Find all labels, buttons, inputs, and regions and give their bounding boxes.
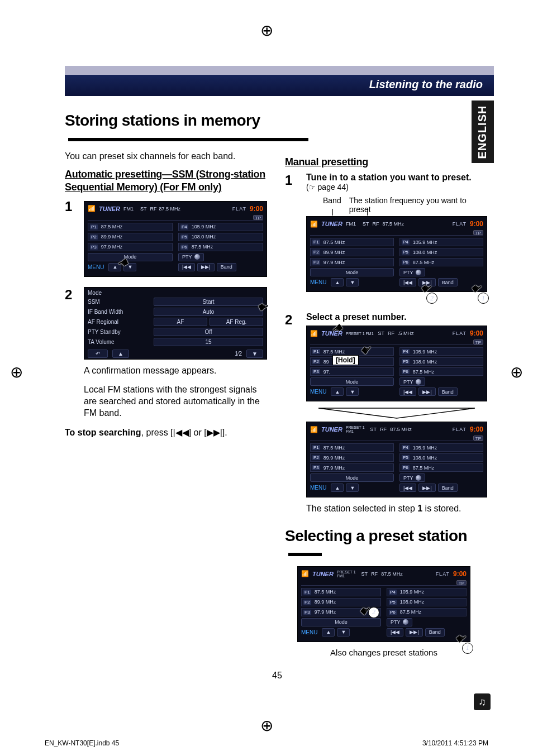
down-button[interactable]: ▼: [337, 628, 350, 637]
band-button[interactable]: Band: [438, 484, 458, 492]
band-button[interactable]: Band: [438, 278, 458, 286]
device-freq: 87.5 MHz: [159, 206, 180, 212]
preset-button[interactable]: P4105.9 MHz: [399, 347, 483, 356]
preset-button[interactable]: P4105.9 MHz: [399, 443, 483, 452]
tick-line-icon: [332, 209, 333, 216]
device-band-preset: PRESET 1 FM1: [337, 570, 356, 578]
preset-button[interactable]: P5108.0 MHz: [399, 453, 483, 462]
preset-button[interactable]: P289.9 MHz: [301, 598, 381, 606]
pty-button[interactable]: PTY: [178, 253, 204, 261]
footer-filename: EN_KW-NT30[E].indb 45: [45, 739, 119, 747]
preset-button[interactable]: P289.9 MHz: [310, 453, 394, 462]
confirmation-text: A confirmation message appears.: [84, 365, 267, 377]
preset-button[interactable]: P4105.9 MHz: [399, 238, 483, 246]
next-button[interactable]: ▶▶|: [197, 263, 214, 271]
menu-label[interactable]: MENU: [310, 389, 326, 395]
pty-standby-button[interactable]: Off: [154, 328, 263, 336]
preset-button[interactable]: P397.9 MHz: [88, 243, 173, 251]
preset-button[interactable]: P4105.9 MHz: [387, 588, 467, 596]
preset-button[interactable]: P187.5 MHz: [310, 347, 394, 356]
down-button[interactable]: ▼: [346, 278, 359, 286]
mode-button[interactable]: Mode: [310, 268, 394, 276]
up-button[interactable]: ▲: [322, 628, 335, 637]
band-button[interactable]: Band: [217, 263, 236, 271]
manual-step2-title: Select a preset number.: [306, 312, 487, 322]
preset-button[interactable]: P289.9 MHz: [88, 233, 173, 241]
band-button[interactable]: Band: [438, 387, 458, 396]
preset-button[interactable]: P687.5 MHz: [399, 367, 483, 376]
next-button[interactable]: ▶▶|: [418, 484, 435, 492]
preset-button[interactable]: P687.5 MHz: [399, 463, 483, 472]
up-button[interactable]: ▲: [331, 387, 344, 396]
up-button[interactable]: ▲: [108, 263, 121, 271]
mode-row: SSMStart: [88, 297, 263, 307]
preset-button[interactable]: P687.5 MHz: [387, 608, 467, 616]
up-button[interactable]: ▲: [331, 484, 344, 492]
device-screenshot-manual-2a: 📶 TUNER PRESET 1 FM1 ST RF .5 MHz FLAT 9…: [306, 326, 487, 401]
antenna-icon: 📶: [310, 426, 318, 433]
preset-button[interactable]: P687.5 MHz: [178, 243, 263, 251]
band-button[interactable]: Band: [425, 628, 445, 637]
mode-button[interactable]: Mode: [310, 377, 394, 386]
preset-button[interactable]: P187.5 MHz: [301, 588, 381, 596]
next-button[interactable]: ▶▶|: [406, 628, 422, 637]
auto-step-2: 2 Mode SSMStart IF Band WidthAuto AF Reg…: [65, 287, 267, 419]
down-button[interactable]: ▼: [346, 484, 359, 492]
manual-step-2: 2 Select a preset number. 📶 TUNER PRESET…: [285, 312, 487, 515]
callout-1-icon: 1: [462, 643, 473, 654]
prev-button[interactable]: |◀◀: [399, 387, 416, 396]
pty-button[interactable]: PTY: [399, 268, 425, 276]
step-number: 1: [65, 199, 78, 214]
page-down-button[interactable]: ▼: [246, 350, 263, 358]
preset-button[interactable]: P187.5 MHz: [310, 238, 394, 246]
up-button[interactable]: ▲: [331, 278, 344, 286]
registration-mark-icon: ⊕: [260, 21, 273, 40]
af-button[interactable]: AF: [154, 318, 207, 326]
preset-button[interactable]: P187.5 MHz: [88, 223, 173, 231]
mode-row: AF RegionalAFAF Reg.: [88, 317, 263, 327]
prev-button[interactable]: |◀◀: [399, 484, 416, 492]
preset-button[interactable]: P187.5 MHz: [310, 443, 394, 452]
preset-button[interactable]: P289.9 MHz: [310, 248, 394, 256]
heading-auto-presetting: Automatic presetting—SSM (Strong-station…: [65, 168, 267, 194]
preset-button[interactable]: P5108.0 MHz: [399, 248, 483, 256]
pty-button[interactable]: PTY: [399, 473, 425, 482]
device-source: TUNER: [321, 330, 342, 337]
menu-label[interactable]: MENU: [310, 279, 326, 285]
prev-button[interactable]: |◀◀: [178, 263, 195, 271]
ifbw-button[interactable]: Auto: [154, 308, 263, 316]
prev-button[interactable]: |◀◀: [399, 278, 416, 286]
pty-button[interactable]: PTY: [399, 377, 425, 386]
down-button[interactable]: ▼: [123, 263, 136, 271]
afreg-button[interactable]: AF Reg.: [210, 318, 263, 326]
prev-button[interactable]: |◀◀: [387, 628, 403, 637]
ssm-start-button[interactable]: Start: [154, 298, 263, 306]
next-button[interactable]: ▶▶|: [418, 387, 435, 396]
pty-button[interactable]: PTY: [387, 618, 412, 626]
back-button[interactable]: ↶: [88, 350, 108, 358]
preset-button[interactable]: P5108.0 MHz: [399, 357, 483, 366]
stop-searching-label: To stop searching: [65, 428, 141, 437]
ta-volume-button[interactable]: 15: [154, 338, 263, 346]
device-screenshot-manual-1: 📶 TUNER FM1 ST RF 87.5 MHz FLAT 9:00: [306, 216, 487, 292]
registration-mark-icon: ⊕: [510, 363, 523, 381]
mode-button[interactable]: Mode: [301, 618, 381, 626]
menu-label[interactable]: MENU: [88, 264, 104, 270]
mode-button[interactable]: Mode: [88, 253, 173, 261]
page-up-button[interactable]: ▲: [112, 350, 129, 358]
device-flat: FLAT: [436, 571, 450, 577]
preset-button[interactable]: P5108.0 MHz: [178, 233, 263, 241]
next-button[interactable]: ▶▶|: [418, 278, 435, 286]
mode-pager: 1⁄2: [235, 351, 242, 357]
preset-button[interactable]: P397.9 MHz: [310, 258, 394, 266]
mode-button[interactable]: Mode: [310, 473, 394, 482]
preset-button[interactable]: P4105.9 MHz: [178, 223, 263, 231]
preset-button[interactable]: P687.5 MHz: [399, 258, 483, 266]
preset-button[interactable]: P397.9 MHz: [310, 463, 394, 472]
selecting-caption: Also changes preset stations: [297, 648, 470, 657]
menu-label[interactable]: MENU: [301, 629, 317, 635]
preset-button[interactable]: P5108.0 MHz: [387, 598, 467, 606]
down-button[interactable]: ▼: [346, 387, 359, 396]
menu-label[interactable]: MENU: [310, 485, 326, 491]
preset-button[interactable]: P397.: [310, 367, 394, 376]
